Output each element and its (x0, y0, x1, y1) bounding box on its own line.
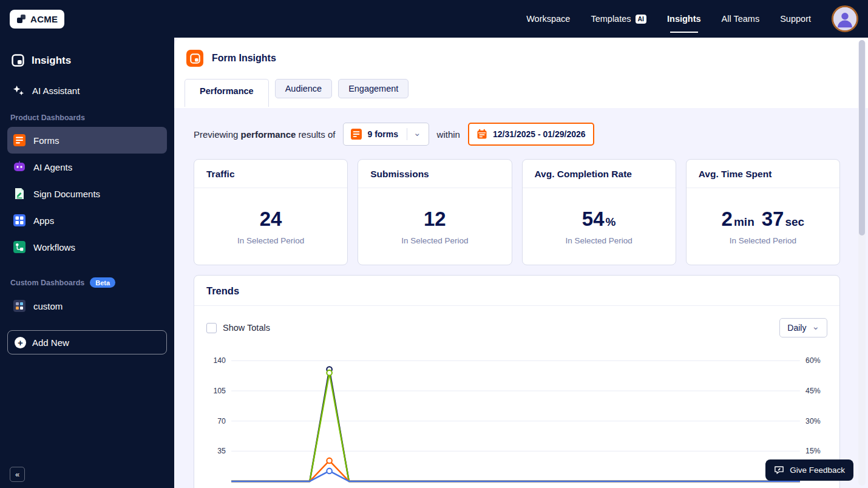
svg-text:30%: 30% (805, 417, 821, 425)
filter-controls: Previewing performance results of 9 form… (194, 123, 840, 146)
date-range-button[interactable]: 12/31/2025 - 01/29/2026 (468, 123, 594, 146)
chevron-down-icon: ⌄ (413, 128, 421, 137)
granularity-select[interactable]: Daily ⌄ (779, 318, 827, 337)
trends-card: Trends Show Totals Daily ⌄ 14060%10545%7… (194, 275, 840, 488)
stat-unit: % (606, 215, 616, 229)
stat-value: 12 (424, 208, 446, 231)
sidebar-item-workflows[interactable]: Workflows (7, 234, 167, 260)
avatar[interactable] (832, 5, 858, 32)
chevron-down-icon: ⌄ (812, 322, 819, 331)
svg-text:105: 105 (213, 387, 226, 395)
sidebar-item-custom[interactable]: custom (7, 293, 167, 319)
forms-label: Forms (33, 135, 59, 146)
forms-icon (13, 134, 25, 146)
sidebar-item-apps[interactable]: Apps (7, 207, 167, 234)
apps-label: Apps (33, 215, 54, 226)
scrollbar-thumb[interactable] (859, 40, 865, 236)
stat-body: 12 In Selected Period (358, 188, 511, 265)
sidebar-item-ai-assistant[interactable]: AI Assistant (13, 85, 174, 97)
tab-engagement[interactable]: Engagement (338, 79, 409, 98)
custom-dashboards-label: Custom Dashboards (10, 279, 84, 287)
stat-card-submissions: Submissions 12 In Selected Period (358, 159, 512, 265)
stat-card-completion-rate: Avg. Completion Rate 54 % In Selected Pe… (522, 159, 676, 265)
nav-templates[interactable]: Templates AI (591, 14, 646, 24)
sidebar: Insights AI Assistant Product Dashboards… (0, 38, 174, 488)
add-new-button[interactable]: + Add New (7, 330, 167, 354)
stat-cards-row: Traffic 24 In Selected Period Submission… (194, 159, 840, 265)
forms-selector-label: 9 forms (367, 129, 398, 139)
beta-badge: Beta (90, 277, 115, 288)
tab-performance[interactable]: Performance (185, 79, 269, 107)
forms-icon (351, 129, 362, 140)
show-totals-checkbox[interactable] (206, 323, 217, 333)
workflows-icon (13, 241, 25, 253)
ai-assistant-label: AI Assistant (32, 86, 80, 96)
sidebar-item-forms[interactable]: Forms (7, 127, 167, 154)
add-new-label: Add New (32, 337, 69, 348)
svg-text:60%: 60% (805, 356, 821, 365)
show-totals-toggle[interactable]: Show Totals (206, 323, 270, 333)
section-custom-dashboards: Custom Dashboards Beta (10, 277, 174, 288)
sidebar-item-ai-agents[interactable]: AI Agents (7, 154, 167, 180)
sidebar-item-sign-documents[interactable]: Sign Documents (7, 180, 167, 207)
stat-unit-seconds: sec (785, 215, 804, 229)
stat-caption: In Selected Period (565, 236, 632, 245)
stat-value-minutes: 2 (722, 208, 733, 231)
workflows-label: Workflows (33, 242, 75, 252)
stat-unit-minutes: min (734, 215, 754, 229)
main-content: Form Insights Performance Audience Engag… (174, 38, 868, 488)
custom-dashboard-icon (13, 300, 25, 312)
stat-body: 2 min 37 sec In Selected Period (687, 188, 839, 265)
sparkles-icon (13, 85, 24, 97)
sidebar-title: Insights (0, 38, 174, 67)
sign-documents-icon (13, 188, 25, 200)
content-area: Previewing performance results of 9 form… (174, 108, 868, 488)
stat-title: Avg. Time Spent (687, 160, 839, 188)
trends-title: Trends (194, 276, 839, 306)
svg-text:35: 35 (217, 447, 226, 455)
feedback-icon (774, 465, 784, 475)
nav-all-teams[interactable]: All Teams (722, 14, 760, 24)
tab-audience[interactable]: Audience (275, 79, 332, 98)
svg-text:140: 140 (213, 356, 226, 365)
nav-templates-label: Templates (591, 14, 631, 24)
form-insights-header: Form Insights (186, 50, 868, 67)
ai-agents-label: AI Agents (33, 162, 72, 172)
nav-workspace[interactable]: Workspace (526, 14, 570, 24)
stat-card-time-spent: Avg. Time Spent 2 min 37 sec In Selected… (686, 159, 840, 265)
stat-title: Traffic (194, 160, 347, 188)
button-divider (407, 128, 407, 140)
give-feedback-button[interactable]: Give Feedback (765, 459, 853, 481)
nav-insights[interactable]: Insights (667, 14, 701, 24)
stat-value: 24 (260, 208, 282, 231)
granularity-value: Daily (787, 323, 806, 333)
acme-logo-icon (16, 14, 26, 24)
stat-value-seconds: 37 (762, 208, 784, 231)
trends-chart-area: 14060%10545%7030%3515% (194, 342, 839, 488)
preview-prefix: Previewing (194, 129, 238, 140)
forms-selector-button[interactable]: 9 forms ⌄ (343, 123, 429, 146)
feedback-label: Give Feedback (790, 466, 845, 475)
trends-controls: Show Totals Daily ⌄ (194, 306, 839, 342)
section-product-dashboards: Product Dashboards (10, 114, 174, 122)
tab-bar: Performance Audience Engagement (185, 79, 868, 107)
preview-bold: performance (241, 129, 296, 140)
show-totals-label: Show Totals (223, 323, 270, 333)
trends-chart: 14060%10545%7030%3515% (203, 352, 835, 488)
within-label: within (437, 129, 460, 140)
stat-caption: In Selected Period (401, 236, 468, 245)
preview-label: Previewing performance results of (194, 129, 335, 140)
nav-support[interactable]: Support (780, 14, 811, 24)
svg-text:15%: 15% (805, 447, 821, 455)
acme-logo[interactable]: ACME (10, 10, 64, 29)
ai-badge: AI (636, 15, 647, 24)
stat-caption: In Selected Period (237, 236, 304, 245)
insights-icon (12, 54, 24, 67)
stat-caption: In Selected Period (730, 236, 796, 245)
svg-text:45%: 45% (805, 387, 821, 395)
sidebar-collapse-button[interactable]: « (10, 467, 25, 482)
sign-documents-label: Sign Documents (33, 189, 100, 199)
date-range-label: 12/31/2025 - 01/29/2026 (493, 129, 586, 139)
page-title: Form Insights (212, 53, 276, 64)
stat-value: 54 (582, 208, 605, 231)
